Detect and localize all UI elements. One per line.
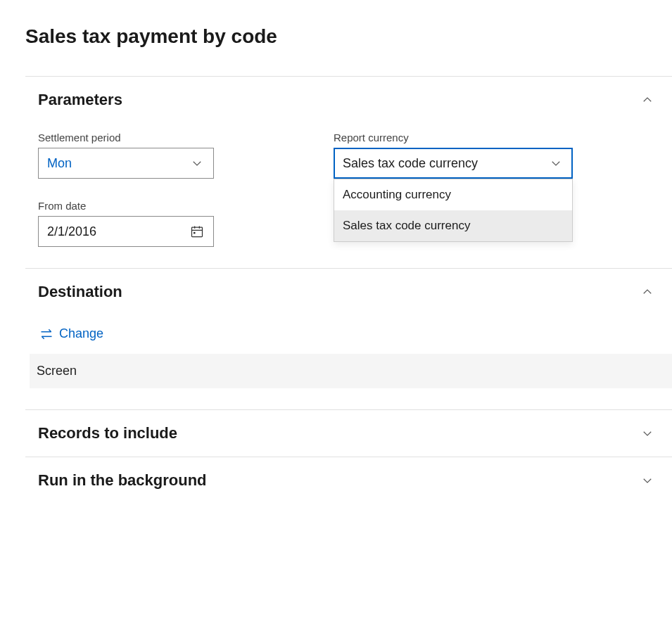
section-header-parameters[interactable]: Parameters xyxy=(25,77,672,123)
section-records: Records to include xyxy=(25,409,672,457)
chevron-down-icon xyxy=(548,157,564,170)
chevron-up-icon xyxy=(641,94,654,106)
section-header-records[interactable]: Records to include xyxy=(25,410,672,457)
section-background: Run in the background xyxy=(25,457,672,504)
settlement-period-label: Settlement period xyxy=(38,132,334,144)
change-destination-link[interactable]: Change xyxy=(38,319,105,354)
settlement-period-value: Mon xyxy=(47,156,189,171)
from-date-value: 2/1/2016 xyxy=(47,224,189,239)
chevron-up-icon xyxy=(641,286,654,298)
page-title: Sales tax payment by code xyxy=(25,25,672,48)
change-link-label: Change xyxy=(59,326,103,341)
svg-rect-4 xyxy=(194,232,196,234)
destination-value: Screen xyxy=(30,354,672,388)
dropdown-option-salestax[interactable]: Sales tax code currency xyxy=(334,210,572,241)
section-title: Destination xyxy=(38,283,122,301)
from-date-label: From date xyxy=(38,200,334,212)
chevron-down-icon xyxy=(189,157,205,170)
from-date-input[interactable]: 2/1/2016 xyxy=(38,216,214,247)
section-title: Records to include xyxy=(38,424,177,442)
report-currency-dropdown: Accounting currency Sales tax code curre… xyxy=(334,179,573,242)
report-currency-value: Sales tax code currency xyxy=(343,156,548,171)
section-title: Run in the background xyxy=(38,471,207,490)
settlement-period-select[interactable]: Mon xyxy=(38,148,214,179)
section-title: Parameters xyxy=(38,91,122,109)
chevron-down-icon xyxy=(641,474,654,487)
section-destination: Destination Change Screen xyxy=(25,268,672,409)
report-currency-select[interactable]: Sales tax code currency xyxy=(334,148,573,179)
calendar-icon xyxy=(189,224,205,238)
section-header-background[interactable]: Run in the background xyxy=(25,457,672,504)
section-header-destination[interactable]: Destination xyxy=(25,269,672,315)
section-parameters: Parameters Settlement period Mon From da… xyxy=(25,76,672,268)
report-currency-label: Report currency xyxy=(334,132,643,144)
dropdown-option-accounting[interactable]: Accounting currency xyxy=(334,179,572,210)
svg-rect-0 xyxy=(192,227,203,236)
chevron-down-icon xyxy=(641,427,654,440)
